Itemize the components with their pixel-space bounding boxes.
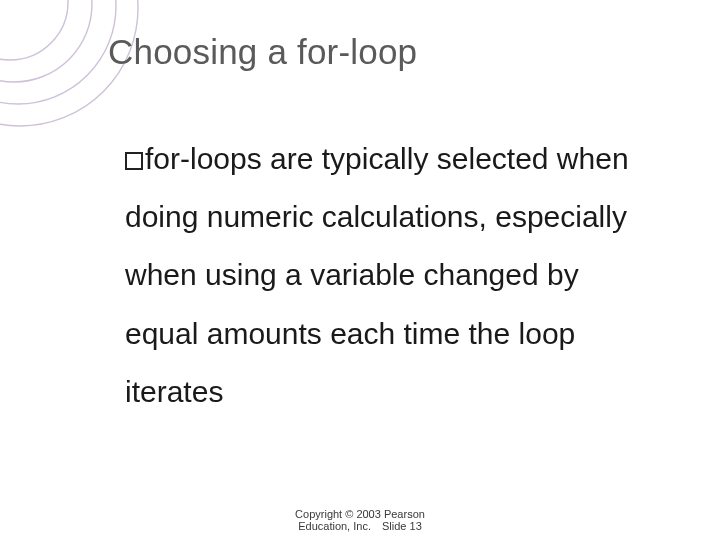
svg-point-2 <box>0 0 116 104</box>
slide-title: Choosing a for-loop <box>108 32 417 72</box>
svg-point-3 <box>0 0 92 82</box>
svg-point-4 <box>0 0 68 60</box>
copyright-line1: Copyright © 2003 Pearson <box>0 508 720 520</box>
slide-number: Slide 13 <box>382 520 422 532</box>
body-rest: are typically selected when doing numeri… <box>125 142 629 408</box>
copyright-line2: Education, Inc. <box>298 520 371 532</box>
footer: Copyright © 2003 Pearson Education, Inc.… <box>0 508 720 532</box>
body-lead: for-loops <box>145 142 262 175</box>
bullet-square-icon <box>125 152 143 170</box>
body-text: for-loops are typically selected when do… <box>125 130 655 421</box>
